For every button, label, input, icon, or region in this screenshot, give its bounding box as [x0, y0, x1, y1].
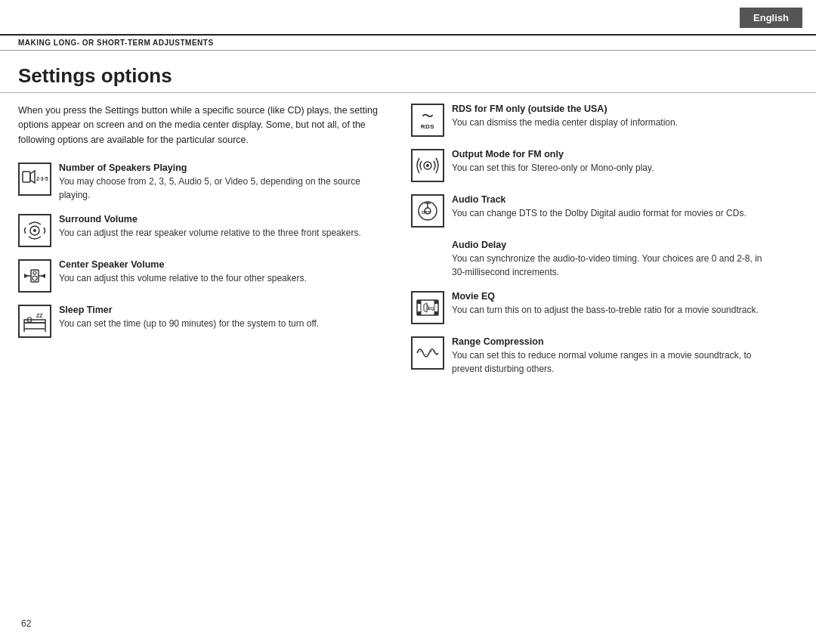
list-item: 2·3·5 Number of Speakers Playing You may… — [18, 163, 381, 202]
list-item: 〜 RDS RDS for FM only (outside the USA) … — [411, 104, 774, 137]
speakers-desc: You may choose from 2, 3, 5, Audio 5, or… — [59, 175, 381, 202]
svg-text:EQ: EQ — [428, 306, 434, 311]
page-title: Settings options — [0, 51, 816, 93]
svg-point-7 — [33, 271, 36, 274]
audio-track-text: Audio Track You can change DTS to the Do… — [452, 194, 774, 220]
svg-rect-12 — [24, 323, 45, 329]
svg-point-19 — [426, 164, 429, 167]
svg-rect-25 — [417, 300, 421, 304]
range-title: Range Compression — [452, 336, 774, 347]
intro-text: When you press the Settings button while… — [18, 104, 381, 147]
audio-delay-desc: You can synchronize the audio-to-video t… — [452, 252, 774, 279]
svg-marker-11 — [41, 274, 45, 278]
speakers-icon: 2·3·5 — [18, 163, 51, 196]
rds-text: RDS for FM only (outside the USA) You ca… — [452, 104, 774, 129]
main-content: When you press the Settings button while… — [0, 104, 816, 388]
left-column: When you press the Settings button while… — [18, 104, 381, 388]
speakers-title: Number of Speakers Playing — [59, 163, 381, 173]
center-text: Center Speaker Volume You can adjust thi… — [59, 259, 381, 285]
section-header: Making Long- or Short-Term Adjustments — [0, 34, 816, 51]
surround-desc: You can adjust the rear speaker volume r… — [59, 226, 381, 240]
audio-delay-title: Audio Delay — [452, 240, 774, 250]
svg-rect-28 — [434, 311, 438, 315]
svg-marker-10 — [24, 274, 29, 278]
list-item: Audio Delay You can synchronize the audi… — [411, 240, 774, 279]
output-title: Output Mode for FM only — [452, 149, 774, 159]
output-icon — [411, 149, 444, 182]
svg-point-6 — [32, 276, 37, 280]
rds-icon: 〜 RDS — [411, 104, 444, 137]
range-icon — [411, 336, 444, 370]
svg-marker-31 — [424, 303, 427, 312]
center-desc: You can adjust this volume relative to t… — [59, 271, 381, 285]
movie-eq-icon: EQ — [411, 291, 444, 324]
list-item: Range Compression You can set this to re… — [411, 336, 774, 376]
sleep-title: Sleep Timer — [59, 305, 381, 315]
surround-text: Surround Volume You can adjust the rear … — [59, 214, 381, 240]
speakers-text: Number of Speakers Playing You may choos… — [59, 163, 381, 202]
right-column: 〜 RDS RDS for FM only (outside the USA) … — [411, 104, 774, 388]
output-desc: You can set this for Stereo-only or Mono… — [452, 161, 774, 175]
rds-title: RDS for FM only (outside the USA) — [452, 104, 774, 114]
section-label: Making Long- or Short-Term Adjustments — [18, 39, 214, 47]
list-item: Output Mode for FM only You can set this… — [411, 149, 774, 182]
svg-rect-27 — [434, 300, 438, 304]
list-item: Surround Volume You can adjust the rear … — [18, 214, 381, 247]
surround-icon — [18, 214, 51, 247]
movie-eq-desc: You can turn this on to adjust the bass-… — [452, 303, 774, 317]
movie-eq-title: Movie EQ — [452, 291, 774, 302]
audio-track-title: Audio Track — [452, 194, 774, 205]
audio-track-desc: You can change DTS to the Dolby Digital … — [452, 206, 774, 220]
list-item: EQ Movie EQ You can turn this on to adju… — [411, 291, 774, 324]
movie-eq-text: Movie EQ You can turn this on to adjust … — [452, 291, 774, 317]
range-text: Range Compression You can set this to re… — [452, 336, 774, 376]
top-bar: English — [0, 0, 816, 34]
svg-text:DTS: DTS — [422, 210, 431, 215]
sleep-text: Sleep Timer You can set the time (up to … — [59, 305, 381, 330]
svg-marker-1 — [30, 171, 35, 183]
list-item: ZZ Sleep Timer You can set the time (up … — [18, 305, 381, 338]
audio-track-icon: DTS — [411, 194, 444, 228]
svg-rect-26 — [417, 311, 421, 315]
surround-title: Surround Volume — [59, 214, 381, 224]
list-item: Center Speaker Volume You can adjust thi… — [18, 259, 381, 293]
svg-text:2·3·5: 2·3·5 — [36, 176, 48, 181]
center-icon — [18, 259, 51, 293]
audio-delay-text: Audio Delay You can synchronize the audi… — [411, 240, 774, 279]
sleep-desc: You can set the time (up to 90 minutes) … — [59, 317, 381, 330]
english-button[interactable]: English — [740, 8, 802, 28]
svg-text:ZZ: ZZ — [36, 313, 43, 318]
svg-rect-0 — [23, 172, 30, 182]
svg-point-4 — [33, 229, 36, 232]
list-item: DTS Audio Track You can change DTS to th… — [411, 194, 774, 228]
rds-desc: You can dismiss the media center display… — [452, 116, 774, 129]
sleep-icon: ZZ — [18, 305, 51, 338]
center-title: Center Speaker Volume — [59, 259, 381, 270]
range-desc: You can set this to reduce normal volume… — [452, 348, 774, 376]
page-number: 62 — [21, 618, 31, 629]
output-text: Output Mode for FM only You can set this… — [452, 149, 774, 175]
